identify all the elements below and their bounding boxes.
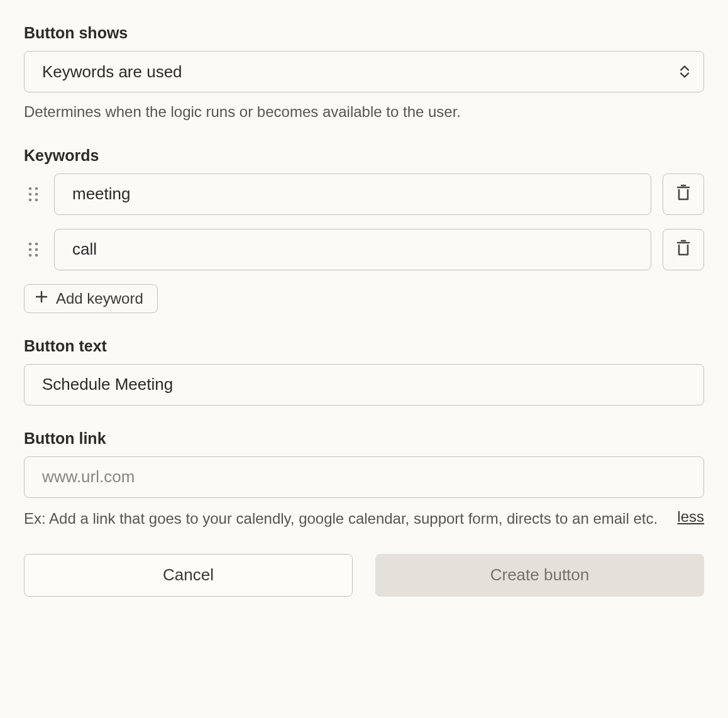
- svg-point-9: [35, 248, 38, 251]
- add-keyword-label: Add keyword: [56, 290, 143, 307]
- delete-keyword-button[interactable]: [663, 174, 704, 215]
- drag-handle-icon[interactable]: [24, 240, 43, 259]
- svg-point-2: [29, 192, 32, 196]
- cancel-button[interactable]: Cancel: [24, 554, 353, 597]
- button-shows-label: Button shows: [24, 24, 704, 42]
- svg-point-10: [29, 253, 32, 257]
- create-button[interactable]: Create button: [375, 554, 704, 597]
- svg-point-0: [29, 187, 32, 190]
- button-text-input[interactable]: [24, 364, 704, 406]
- add-keyword-button[interactable]: Add keyword: [24, 284, 158, 313]
- svg-point-1: [35, 187, 38, 190]
- plus-icon: [35, 290, 48, 307]
- svg-point-6: [29, 242, 32, 245]
- keyword-input[interactable]: [54, 174, 651, 215]
- button-shows-help: Determines when the logic runs or become…: [24, 101, 704, 123]
- button-link-help: Ex: Add a link that goes to your calendl…: [24, 507, 662, 530]
- svg-point-8: [29, 248, 32, 251]
- trash-icon: [675, 184, 692, 204]
- drag-handle-icon[interactable]: [24, 185, 43, 204]
- button-shows-select[interactable]: Keywords are used: [24, 51, 704, 92]
- svg-point-7: [35, 242, 38, 245]
- keywords-label: Keywords: [24, 146, 704, 165]
- button-text-label: Button text: [24, 337, 704, 355]
- keyword-row: [24, 229, 704, 270]
- trash-icon: [675, 239, 692, 260]
- less-toggle[interactable]: less: [677, 508, 704, 526]
- svg-point-3: [35, 192, 38, 196]
- button-link-label: Button link: [24, 429, 704, 448]
- svg-point-11: [35, 253, 38, 257]
- svg-point-4: [29, 198, 32, 201]
- keyword-input[interactable]: [54, 229, 651, 270]
- keyword-row: [24, 174, 704, 215]
- button-link-input[interactable]: [24, 456, 704, 498]
- delete-keyword-button[interactable]: [663, 229, 704, 270]
- svg-point-5: [35, 198, 38, 201]
